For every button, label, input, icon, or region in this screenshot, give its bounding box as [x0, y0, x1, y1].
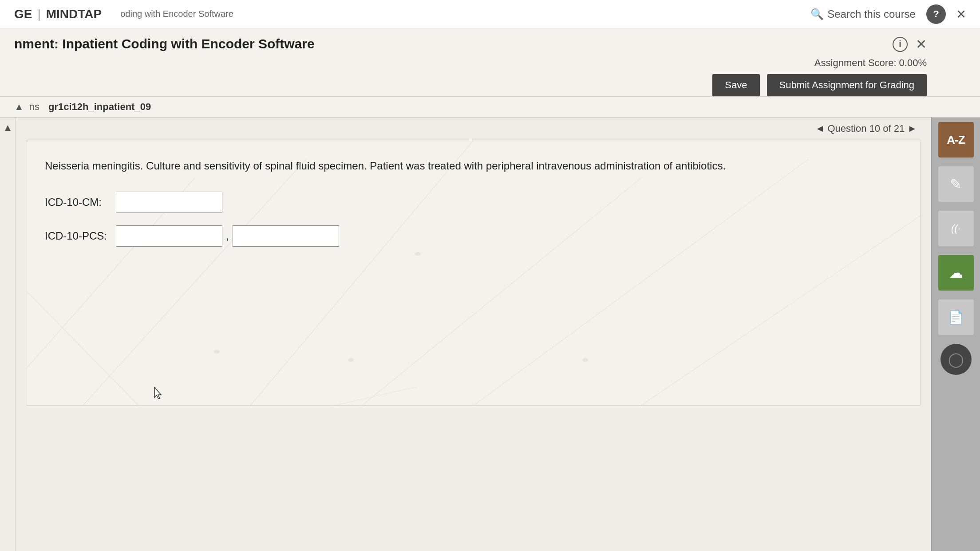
close-window-button[interactable]: ×: [956, 6, 966, 22]
left-sidebar: ▲: [0, 118, 16, 551]
watermark: [27, 140, 920, 405]
icd10cm-label: ICD-10-CM:: [45, 196, 116, 209]
save-button[interactable]: Save: [712, 74, 759, 96]
icd10pcs-input-2[interactable]: [233, 225, 339, 247]
search-label: Search this course: [827, 8, 916, 20]
assignment-score: Assignment Score: 0.00%: [814, 57, 927, 69]
question-box: Neisseria meningitis. Culture and sensit…: [27, 140, 921, 406]
assignment-buttons: Save Submit Assignment for Grading: [712, 74, 927, 96]
svg-point-8: [415, 252, 421, 256]
pencil-button[interactable]: ✎: [938, 166, 974, 202]
file-icon: 📄: [948, 310, 964, 325]
az-button[interactable]: A-Z: [938, 122, 974, 157]
svg-line-7: [250, 386, 418, 405]
svg-point-10: [348, 358, 354, 362]
search-icon: 🔍: [810, 8, 824, 20]
question-navigation: ◄ Question 10 of 21 ►: [16, 118, 931, 140]
app-title-main: MINDTAP: [46, 7, 102, 21]
svg-point-9: [214, 350, 220, 354]
wifi-icon: ((·: [951, 223, 960, 234]
top-bar: GE | MINDTAP oding with Encoder Software…: [0, 0, 980, 28]
assignment-header-area: nment: Inpatient Coding with Encoder Sof…: [0, 28, 980, 97]
icd10pcs-label: ICD-10-PCS:: [45, 230, 116, 242]
svg-point-11: [582, 358, 588, 362]
breadcrumb-up-arrow[interactable]: ▲: [14, 101, 24, 113]
main-layout: ▲ ◄ Question 10 of 21 ►: [0, 118, 980, 551]
assignment-close-button[interactable]: ✕: [916, 36, 927, 52]
course-subtitle: oding with Encoder Software: [120, 9, 233, 19]
breadcrumb-row: ▲ ns gr1ci12h_inpatient_09: [0, 97, 980, 118]
tab-label: ns: [29, 101, 40, 113]
assignment-title: nment: Inpatient Coding with Encoder Sof…: [14, 36, 315, 51]
svg-line-2: [250, 140, 474, 405]
circle-icon: ◯: [948, 351, 964, 368]
cloud-button[interactable]: ☁: [938, 255, 974, 291]
circle-button[interactable]: ◯: [940, 344, 972, 375]
icd10cm-input[interactable]: [116, 192, 222, 213]
wifi-button[interactable]: ((·: [938, 211, 974, 246]
icd10pcs-input-1[interactable]: [116, 225, 222, 247]
pencil-icon: ✎: [950, 176, 962, 193]
app-title-prefix: GE: [14, 7, 32, 21]
app-title: GE | MINDTAP oding with Encoder Software: [14, 7, 233, 21]
title-separator: |: [37, 7, 40, 21]
submit-button[interactable]: Submit Assignment for Grading: [767, 74, 927, 96]
info-button[interactable]: i: [893, 37, 908, 52]
icd10pcs-row: ICD-10-PCS: ,: [45, 225, 902, 247]
file-button[interactable]: 📄: [938, 299, 974, 335]
question-nav-text: ◄ Question 10 of 21 ►: [815, 123, 917, 134]
cursor: [152, 386, 166, 400]
svg-line-6: [27, 292, 139, 405]
cloud-icon: ☁: [949, 264, 963, 281]
breadcrumb-item: gr1ci12h_inpatient_09: [48, 101, 151, 113]
top-bar-right: 🔍 Search this course ? ×: [810, 4, 966, 24]
right-sidebar: A-Z ✎ ((· ☁ 📄 ◯: [931, 118, 980, 551]
question-text: Neisseria meningitis. Culture and sensit…: [45, 158, 902, 174]
search-area[interactable]: 🔍 Search this course: [810, 8, 916, 20]
content-area: ◄ Question 10 of 21 ►: [16, 118, 931, 551]
icd10cm-row: ICD-10-CM:: [45, 192, 902, 213]
sidebar-scroll-up[interactable]: ▲: [3, 122, 13, 134]
help-button[interactable]: ?: [926, 4, 946, 24]
field-comma: ,: [226, 230, 229, 242]
